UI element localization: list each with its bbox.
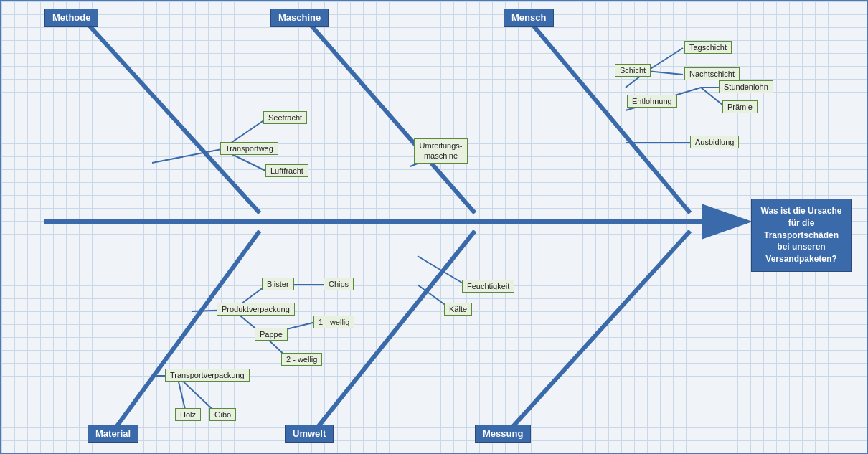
category-messung: Messung [475,425,531,443]
label-pappe: Pappe [255,328,288,341]
svg-line-14 [647,71,683,75]
label-gibo: Gibo [209,408,236,421]
svg-line-7 [504,231,690,437]
label-tagschicht: Tagschicht [684,41,732,54]
label-blister: Blister [262,278,294,290]
label-luftfracht: Luftfracht [265,164,308,177]
label-produktverpackung: Produktverpackung [217,303,295,316]
label-nachtschicht: Nachtschicht [684,67,740,80]
svg-line-3 [303,16,475,213]
category-maschine: Maschine [270,9,329,27]
label-transportweg: Transportweg [220,142,278,155]
category-material: Material [88,425,138,443]
svg-line-4 [525,16,690,213]
svg-line-13 [647,48,683,71]
label-zweiwellig: 2 - wellig [281,353,322,366]
category-umwelt: Umwelt [285,425,334,443]
label-schicht: Schicht [615,64,651,77]
label-einwellig: 1 - wellig [313,316,354,328]
effect-box: Was ist die Ursache für die Transportsch… [751,199,852,272]
svg-line-2 [80,16,260,213]
label-feuchtigkeit: Feuchtigkeit [462,280,514,293]
svg-line-28 [418,256,468,286]
label-seefracht: Seefracht [263,111,307,124]
svg-line-6 [310,231,475,437]
label-entlohnung: Entlohnung [627,95,677,108]
label-transportverpackung: Transportverpackung [165,369,250,382]
label-umreifungsmaschine: Umreifungs- maschine [414,138,468,164]
category-mensch: Mensch [504,9,554,27]
label-stundenlohn: Stundenlohn [719,80,773,93]
category-methode: Methode [44,9,98,27]
label-praemie: Prämie [722,100,758,113]
label-holz: Holz [175,408,201,421]
fishbone-diagram: Methode Maschine Mensch Material Umwelt … [0,0,868,454]
label-chips: Chips [324,278,354,290]
label-ausbidlung: Ausbidlung [690,136,739,148]
label-kaelte: Kälte [444,303,472,316]
